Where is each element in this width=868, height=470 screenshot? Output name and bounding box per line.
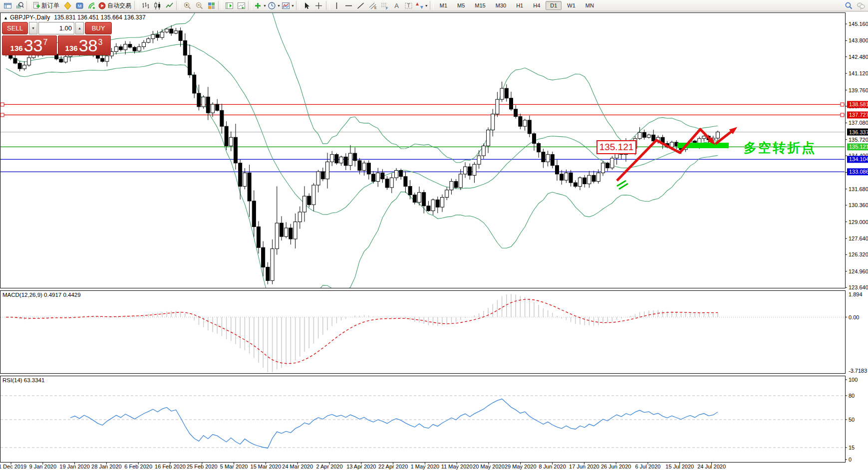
chevron-down-icon[interactable]: ▼: [291, 4, 294, 7]
timeframe-mn-button[interactable]: MN: [581, 1, 598, 10]
sell-price-box[interactable]: 136 33 7: [2, 35, 57, 55]
candle-body: [326, 162, 329, 179]
volume-increase-button[interactable]: ▲: [75, 22, 84, 34]
metaeditor-button[interactable]: [61, 0, 73, 10]
candle-body: [229, 137, 233, 146]
price-tick-label: 137.080: [849, 120, 868, 126]
date-tick-label: 31 Dec 2019: [0, 464, 26, 470]
candle-body: [197, 93, 201, 107]
line-handle[interactable]: [0, 103, 4, 106]
zoom-out-button[interactable]: [193, 0, 205, 10]
price-tick-label: 141.120: [849, 70, 868, 76]
vertical-line-icon: [332, 1, 341, 10]
mql-community-button[interactable]: M: [73, 0, 85, 10]
candle-body: [413, 195, 416, 203]
candle-body: [316, 172, 320, 185]
collapse-panel-icon[interactable]: ▲: [3, 15, 8, 20]
candle-body: [560, 174, 564, 180]
tile-windows-button[interactable]: [205, 0, 217, 10]
toolbox-button[interactable]: [1, 0, 13, 10]
chevron-down-icon[interactable]: ▼: [277, 4, 281, 7]
new-order-button[interactable]: 新订单: [31, 0, 61, 10]
axis-price-label-text: 133.086: [849, 169, 868, 175]
bar-chart-button[interactable]: [139, 0, 151, 10]
candle-body: [285, 228, 288, 236]
add-indicator-button[interactable]: ▼: [253, 0, 267, 10]
strategy-tester-icon: [15, 1, 24, 10]
timeframe-h1-button[interactable]: H1: [512, 1, 528, 10]
crosshair-button[interactable]: [313, 0, 325, 10]
timeframe-m30-button[interactable]: M30: [491, 1, 511, 10]
chat-button[interactable]: [855, 0, 867, 10]
date-tick-label: 24 Jul 2020: [697, 464, 726, 470]
text-label-button[interactable]: T: [403, 0, 415, 10]
strategy-tester-button[interactable]: [13, 0, 25, 10]
trendline-button[interactable]: [355, 0, 367, 10]
support-price-tag[interactable]: 135.121: [596, 140, 636, 154]
horizontal-line-button[interactable]: [343, 0, 355, 10]
candle-body: [362, 163, 366, 171]
autotrade-button[interactable]: 自动交易: [97, 0, 133, 10]
chevron-down-icon[interactable]: ▼: [425, 4, 428, 7]
candle-body: [312, 185, 315, 205]
price-tick-label: 131.680: [849, 186, 868, 192]
new-order-label[interactable]: 新订单: [41, 1, 61, 10]
zoom-in-button[interactable]: [181, 0, 193, 10]
cursor-icon: [302, 1, 311, 10]
candle-body: [464, 167, 467, 174]
sell-price-prefix: 136: [10, 44, 23, 52]
line-handle[interactable]: [0, 113, 4, 117]
candle-chart-button[interactable]: [151, 0, 163, 10]
buy-price-box[interactable]: 136 38 3: [58, 35, 111, 55]
cursor-button[interactable]: [301, 0, 313, 10]
sell-button[interactable]: SELL: [2, 22, 28, 34]
add-indicator-icon: [254, 1, 262, 10]
signals-button[interactable]: [85, 0, 97, 10]
line-handle[interactable]: [841, 113, 844, 117]
periods-button[interactable]: ▼: [267, 0, 281, 10]
arrows-button[interactable]: ▼: [415, 0, 429, 10]
candle-body: [422, 193, 426, 206]
candle-body: [638, 132, 641, 138]
buy-button[interactable]: BUY: [85, 22, 112, 34]
timeframe-m15-button[interactable]: M15: [470, 1, 490, 10]
one-click-trading-panel: SELL ▼ ▲ BUY 136 33 7 136 38 3: [2, 22, 112, 55]
timeframe-d1-button[interactable]: D1: [546, 1, 562, 10]
candle-body: [505, 88, 508, 98]
volume-decrease-button[interactable]: ▼: [29, 22, 37, 34]
candle-body: [716, 132, 720, 138]
chart-header: ▲GBPJPY-,Daily135.831 136.451 135.664 13…: [3, 14, 146, 21]
toolbar-separator: [296, 1, 300, 10]
line-handle[interactable]: [841, 103, 844, 106]
axis-price-label-text: 134.104: [849, 156, 868, 162]
templates-button[interactable]: ▼: [281, 0, 295, 10]
timeframe-m1-button[interactable]: M1: [435, 1, 452, 10]
timeframe-w1-button[interactable]: W1: [563, 1, 580, 10]
line-chart-button[interactable]: [163, 0, 175, 10]
chart-autoscroll-button[interactable]: [235, 0, 247, 10]
candle-body: [271, 249, 274, 281]
candle-body: [147, 39, 150, 42]
candle-body: [202, 97, 205, 107]
text-button[interactable]: A: [391, 0, 403, 10]
vertical-line-button[interactable]: [331, 0, 343, 10]
horizontal-line-icon: [344, 1, 353, 10]
chart-shift-button[interactable]: [223, 0, 235, 10]
candle-body: [105, 56, 109, 61]
equidistant-channel-button[interactable]: E: [367, 0, 379, 10]
sell-price-pip: 7: [43, 38, 47, 47]
timeframe-m5-button[interactable]: M5: [453, 1, 469, 10]
candle-body: [579, 178, 582, 186]
timeframe-h4-button[interactable]: H4: [529, 1, 545, 10]
date-tick-label: 28 Jan 2020: [91, 464, 122, 470]
fibonacci-button[interactable]: F: [379, 0, 391, 10]
search-button[interactable]: [843, 0, 855, 10]
candle-body: [418, 193, 421, 203]
candle-body: [206, 97, 210, 113]
volume-input[interactable]: [38, 22, 74, 34]
candle-body: [156, 34, 159, 37]
turning-point-note[interactable]: 多空转折点: [744, 139, 816, 157]
candle-body: [523, 120, 527, 126]
autotrade-label[interactable]: 自动交易: [107, 1, 133, 10]
chevron-down-icon[interactable]: ▼: [263, 4, 267, 7]
